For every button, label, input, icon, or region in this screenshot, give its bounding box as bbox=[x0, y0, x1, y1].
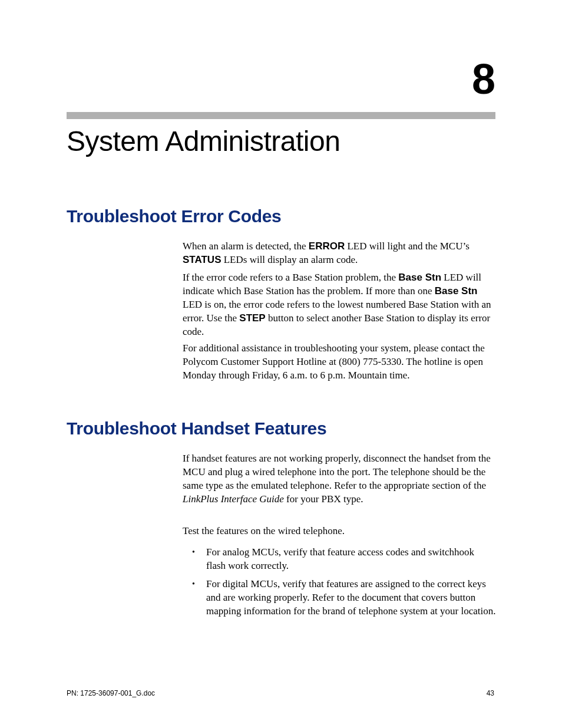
paragraph: Test the features on the wired telephone… bbox=[183, 525, 496, 538]
chapter-number: 8 bbox=[472, 58, 494, 100]
list-item: • For analog MCUs, verify that feature a… bbox=[183, 546, 496, 573]
list-item: • For digital MCUs, verify that features… bbox=[183, 578, 496, 618]
bullet-icon: • bbox=[192, 579, 195, 590]
section-heading-error-codes: Troubleshoot Error Codes bbox=[67, 206, 282, 226]
paragraph: When an alarm is detected, the ERROR LED… bbox=[183, 240, 496, 267]
section-heading-handset-features: Troubleshoot Handset Features bbox=[67, 419, 326, 439]
chapter-rule bbox=[67, 112, 495, 119]
list-item-text: For analog MCUs, verify that feature acc… bbox=[206, 546, 496, 573]
paragraph: If handset features are not working prop… bbox=[183, 452, 496, 506]
list-item-text: For digital MCUs, verify that features a… bbox=[206, 578, 496, 618]
paragraph: For additional assistance in troubleshoo… bbox=[183, 342, 496, 383]
footer-page-number: 43 bbox=[487, 689, 494, 697]
paragraph: If the error code refers to a Base Stati… bbox=[183, 271, 496, 339]
bullet-icon: • bbox=[192, 547, 195, 558]
footer-part-number: PN: 1725-36097-001_G.doc bbox=[67, 689, 155, 697]
page: 8 System Administration Troubleshoot Err… bbox=[0, 0, 562, 728]
chapter-title: System Administration bbox=[67, 125, 340, 157]
